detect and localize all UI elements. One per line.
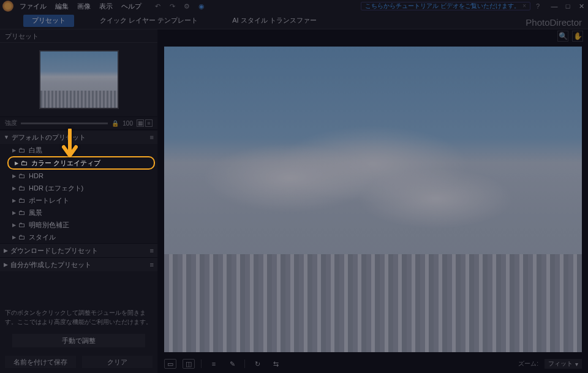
maximize-button[interactable]: □ xyxy=(564,2,572,10)
chevron-right-icon: ▶ xyxy=(12,235,16,240)
zoom-label: ズーム: xyxy=(518,360,538,368)
preset-label: 白黒 xyxy=(29,146,42,155)
section-menu-icon[interactable]: ≡ xyxy=(150,261,154,268)
section-menu-icon[interactable]: ≡ xyxy=(150,247,154,254)
menu-image[interactable]: 画像 xyxy=(77,2,91,11)
chevron-right-icon: ▶ xyxy=(12,173,16,179)
zoom-value: フィット xyxy=(548,360,573,368)
tab-preset[interactable]: プリセット xyxy=(23,15,74,27)
menu-help[interactable]: ヘルプ xyxy=(121,2,141,11)
preset-tree: ▼ デフォルトのプリセット ≡ ▶ 🗀 白黒 ▶ 🗀 カラー クリエイティブ xyxy=(0,130,157,271)
strength-label: 強度 xyxy=(5,119,17,127)
notification-icon[interactable]: ◉ xyxy=(197,1,206,11)
viewport-tools: 🔍 ✋ xyxy=(158,29,588,43)
tutorial-close-icon[interactable]: × xyxy=(522,2,526,10)
chevron-right-icon: ▶ xyxy=(12,198,16,203)
menu-edit[interactable]: 編集 xyxy=(55,2,69,11)
zoom-select[interactable]: フィット ▾ xyxy=(545,359,582,369)
dropdown-icon: ▾ xyxy=(575,361,578,367)
manual-adjust-button[interactable]: 手動で調整 xyxy=(12,334,145,347)
tutorial-banner[interactable]: こちらからチュートリアル ビデオをご覧いただけます。 × xyxy=(361,2,530,10)
clear-button[interactable]: クリア xyxy=(82,356,153,368)
menu-file[interactable]: ファイル xyxy=(20,2,47,11)
folder-icon: 🗀 xyxy=(18,172,25,179)
chevron-right-icon: ▶ xyxy=(15,160,18,166)
preset-folder-hdr-effect[interactable]: ▶ 🗀 HDR (エフェクト) xyxy=(0,182,157,194)
window-controls: — □ ✕ xyxy=(550,2,586,10)
compare-view-icon[interactable]: ◫ xyxy=(183,359,195,369)
folder-icon: 🗀 xyxy=(18,233,25,241)
minimize-button[interactable]: — xyxy=(550,2,559,10)
preset-label: 明暗別色補正 xyxy=(29,220,69,230)
brush-icon[interactable]: ✎ xyxy=(226,359,238,369)
menu-bar: ファイル 編集 画像 表示 ヘルプ ↶ ↷ ⚙ ◉ こちらからチュートリアル ビ… xyxy=(0,0,588,12)
pan-tool-icon[interactable]: ✋ xyxy=(572,31,583,42)
preset-folder-portrait[interactable]: ▶ 🗀 ポートレイト xyxy=(0,194,157,206)
grid-view-icon[interactable]: ▦ xyxy=(137,119,144,127)
section-menu-icon[interactable]: ≡ xyxy=(150,134,154,141)
list-view-icon[interactable]: ≡ xyxy=(145,119,153,127)
rotate-icon[interactable]: ↻ xyxy=(251,359,263,369)
preview-thumbnail[interactable] xyxy=(39,50,119,109)
chevron-right-icon: ▶ xyxy=(12,222,16,228)
main-area: 🔍 ✋ ▭ ◫ ≡ ✎ ↻ ⇆ ズーム: フィット ▾ xyxy=(158,29,588,373)
levels-icon[interactable]: ≡ xyxy=(208,359,220,369)
zoom-tool-icon[interactable]: 🔍 xyxy=(557,31,568,42)
folder-icon: 🗀 xyxy=(21,159,28,167)
preset-label: 風景 xyxy=(29,208,42,217)
preset-folder-splittone[interactable]: ▶ 🗀 明暗別色補正 xyxy=(0,219,157,231)
preset-folder-hdr[interactable]: ▶ 🗀 HDR xyxy=(0,170,157,182)
preset-folder-landscape[interactable]: ▶ 🗀 風景 xyxy=(0,206,157,219)
tutorial-text: こちらからチュートリアル ビデオをご覧いただけます。 xyxy=(365,2,520,10)
image-viewport[interactable] xyxy=(164,47,582,352)
chevron-right-icon: ▶ xyxy=(12,210,16,216)
preset-label: HDR (エフェクト) xyxy=(29,184,83,193)
section-label: 自分が作成したプリセット xyxy=(10,260,150,269)
lock-icon: 🔒 xyxy=(111,120,119,127)
close-button[interactable]: ✕ xyxy=(577,2,586,10)
undo-icon[interactable]: ↶ xyxy=(153,1,162,11)
chevron-right-icon: ▶ xyxy=(12,148,16,153)
strength-value: 100 xyxy=(123,120,133,127)
redo-icon[interactable]: ↷ xyxy=(167,1,177,11)
hint-text: 下のボタンをクリックして調整モジュールを開きます。ここではより高度な機能がご利用… xyxy=(5,308,153,326)
strength-row: 強度 🔒 100 ▦ ≡ xyxy=(0,116,157,130)
preset-label: ポートレイト xyxy=(29,196,69,205)
preview-thumbnail-area xyxy=(0,43,157,116)
folder-icon: 🗀 xyxy=(18,184,25,192)
section-default-presets[interactable]: ▼ デフォルトのプリセット ≡ xyxy=(0,130,157,144)
chevron-down-icon: ▼ xyxy=(4,134,9,140)
panel-title: プリセット xyxy=(0,29,157,43)
help-icon[interactable]: ? xyxy=(533,1,543,11)
folder-icon: 🗀 xyxy=(18,209,25,216)
sliders-icon[interactable]: ⇆ xyxy=(270,359,282,369)
section-downloaded-presets[interactable]: ▶ ダウンロードしたプリセット ≡ xyxy=(0,244,157,257)
menu-view[interactable]: 表示 xyxy=(99,2,113,11)
single-view-icon[interactable]: ▭ xyxy=(164,359,176,369)
image-clouds xyxy=(164,123,582,261)
folder-icon: 🗀 xyxy=(18,197,25,204)
section-label: ダウンロードしたプリセット xyxy=(10,246,150,255)
settings-icon[interactable]: ⚙ xyxy=(182,1,192,11)
app-logo xyxy=(2,1,13,12)
brand-label: PhotoDirector xyxy=(526,17,582,28)
chevron-right-icon: ▶ xyxy=(12,186,16,191)
tab-quick-layer-template[interactable]: クイック レイヤー テンプレート xyxy=(91,15,206,27)
save-as-button[interactable]: 名前を付けて保存 xyxy=(5,356,76,368)
folder-icon: 🗀 xyxy=(18,146,25,154)
preset-label: HDR xyxy=(29,172,43,179)
preset-folder-style[interactable]: ▶ 🗀 スタイル xyxy=(0,231,157,243)
preset-folder-color-creative[interactable]: ▶ 🗀 カラー クリエイティブ xyxy=(7,156,155,170)
section-label: デフォルトのプリセット xyxy=(12,133,150,142)
tab-ai-style-transfer[interactable]: AI スタイル トランスファー xyxy=(224,15,325,27)
folder-icon: 🗀 xyxy=(18,221,25,228)
viewport-footer: ▭ ◫ ≡ ✎ ↻ ⇆ ズーム: フィット ▾ xyxy=(158,355,588,373)
image-skyline xyxy=(164,254,582,352)
chevron-right-icon: ▶ xyxy=(4,262,8,268)
mode-tabbar: プリセット クイック レイヤー テンプレート AI スタイル トランスファー xyxy=(0,12,588,29)
preset-label: カラー クリエイティブ xyxy=(31,159,100,168)
strength-slider[interactable] xyxy=(21,122,108,124)
section-my-presets[interactable]: ▶ 自分が作成したプリセット ≡ xyxy=(0,258,157,271)
preset-label: スタイル xyxy=(29,233,56,242)
preset-folder-bw[interactable]: ▶ 🗀 白黒 xyxy=(0,144,157,156)
